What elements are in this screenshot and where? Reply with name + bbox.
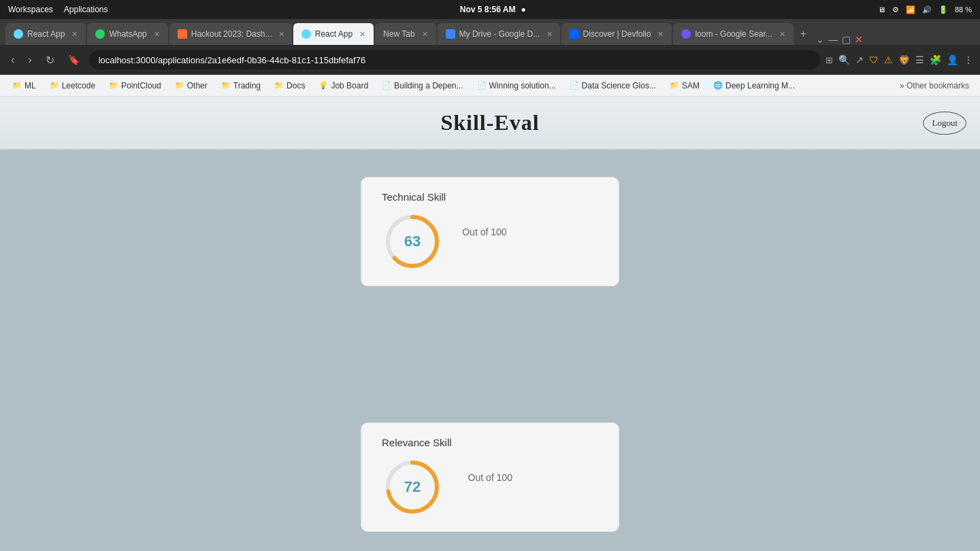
relevance-card-left: Relevance Skill 72 bbox=[382, 437, 452, 518]
tab-react-app-1[interactable]: React App ✕ bbox=[5, 23, 86, 45]
tab-favicon-whatsapp bbox=[95, 29, 105, 39]
bookmark-pointcloud[interactable]: PointCloud bbox=[103, 80, 167, 92]
tab-loom[interactable]: loom - Google Sear... ✕ bbox=[673, 23, 793, 45]
tab-close-react-1[interactable]: ✕ bbox=[71, 30, 78, 39]
forward-button[interactable]: › bbox=[24, 51, 35, 69]
tab-favicon-loom bbox=[681, 29, 691, 39]
menu-icon[interactable]: ⋮ bbox=[964, 54, 973, 65]
datetime: Nov 5 8:56 AM bbox=[460, 5, 516, 14]
tab-label-new-tab: New Tab bbox=[383, 29, 414, 39]
tab-label-whatsapp: WhatsApp bbox=[109, 29, 146, 39]
tab-label-react-1: React App bbox=[27, 29, 65, 39]
technical-score: 63 bbox=[404, 233, 421, 250]
app-content: Skill-Eval Logout Technical Skill 63 Out… bbox=[0, 97, 980, 551]
maximize-button[interactable]: ▢ bbox=[842, 34, 851, 45]
wifi-icon: 📶 bbox=[906, 5, 915, 14]
bookmark-sam[interactable]: SAM bbox=[664, 80, 705, 92]
relevance-skill-title: Relevance Skill bbox=[382, 437, 452, 448]
extensions-icon[interactable]: 🧩 bbox=[930, 54, 941, 65]
tab-close-new-tab[interactable]: ✕ bbox=[422, 30, 428, 39]
bookmark-leetcode[interactable]: Leetcode bbox=[44, 80, 101, 92]
tab-close-gdrive[interactable]: ✕ bbox=[546, 30, 553, 39]
minimize-button[interactable]: — bbox=[828, 34, 838, 45]
monitor-icon: 🖥 bbox=[878, 5, 885, 14]
battery-level: 88 % bbox=[955, 5, 972, 14]
settings-icon[interactable]: ⚙ bbox=[892, 5, 899, 14]
relevance-out-of: Out of 100 bbox=[468, 472, 512, 483]
tab-label-gdrive: My Drive - Google D... bbox=[459, 29, 540, 39]
browser-chrome: Workspaces Applications Nov 5 8:56 AM ● … bbox=[0, 0, 980, 97]
technical-skill-card: Technical Skill 63 Out of 100 bbox=[361, 177, 619, 286]
dot-indicator: ● bbox=[521, 5, 525, 14]
address-input[interactable] bbox=[89, 50, 820, 69]
workspaces-label[interactable]: Workspaces bbox=[8, 5, 53, 14]
app-title: Skill-Eval bbox=[0, 110, 980, 135]
bookmark-jobboard[interactable]: 💡 Job Board bbox=[313, 80, 374, 92]
tab-favicon-hackout bbox=[178, 29, 187, 39]
system-bar: Workspaces Applications Nov 5 8:56 AM ● … bbox=[0, 0, 980, 19]
tab-react-app-2[interactable]: React App ✕ bbox=[293, 23, 374, 45]
bookmarks-bar: ML Leetcode PointCloud Other Trading Doc… bbox=[0, 75, 980, 97]
tab-favicon-react-1 bbox=[14, 29, 23, 39]
address-bar: ‹ › ↻ 🔖 ⊞ 🔍 ↗ 🛡 ⚠ 🦁 ☰ 🧩 👤 ⋮ bbox=[0, 45, 980, 75]
relevance-score: 72 bbox=[404, 478, 421, 496]
tab-list-button[interactable]: ⌄ bbox=[816, 34, 824, 45]
tab-close-loom[interactable]: ✕ bbox=[779, 30, 785, 39]
tab-bar: React App ✕ WhatsApp ✕ Hackout 2023: Das… bbox=[0, 19, 980, 45]
bookmark-other[interactable]: Other bbox=[169, 80, 213, 92]
new-tab-button[interactable]: + bbox=[795, 23, 812, 45]
tab-close-react-2[interactable]: ✕ bbox=[359, 30, 365, 39]
zoom-icon[interactable]: 🔍 bbox=[838, 54, 850, 65]
logout-button[interactable]: Logout bbox=[923, 112, 966, 135]
volume-icon: 🔊 bbox=[922, 5, 932, 14]
tab-gdrive[interactable]: My Drive - Google D... ✕ bbox=[438, 23, 560, 45]
bookmark-trading[interactable]: Trading bbox=[216, 80, 266, 92]
tab-label-hackout: Hackout 2023: Dash... bbox=[191, 29, 272, 39]
tab-favicon-react-2 bbox=[301, 29, 311, 39]
back-button[interactable]: ‹ bbox=[7, 51, 18, 69]
relevance-gauge: 72 bbox=[382, 456, 443, 518]
tab-whatsapp[interactable]: WhatsApp ✕ bbox=[87, 23, 167, 45]
bookmark-deeplearning[interactable]: 🌐 Deep Learning M... bbox=[708, 80, 800, 92]
technical-out-of: Out of 100 bbox=[462, 227, 506, 237]
app-header: Skill-Eval Logout bbox=[0, 97, 980, 150]
sidebar-toggle-icon[interactable]: ☰ bbox=[915, 54, 924, 65]
technical-gauge: 63 bbox=[382, 211, 443, 272]
tab-close-whatsapp[interactable]: ✕ bbox=[154, 30, 160, 39]
applications-label[interactable]: Applications bbox=[64, 5, 108, 14]
shield-icon: 🛡 bbox=[869, 54, 879, 65]
close-window-button[interactable]: ✕ bbox=[855, 34, 863, 45]
tab-new-tab[interactable]: New Tab ✕ bbox=[375, 23, 436, 45]
main-area: Technical Skill 63 Out of 100 Relevance … bbox=[0, 150, 980, 551]
bookmark-docs[interactable]: Docs bbox=[269, 80, 310, 92]
relevance-skill-card: Relevance Skill 72 Out of 100 bbox=[361, 422, 619, 532]
battery-icon: 🔋 bbox=[938, 5, 948, 14]
brave-rewards-icon[interactable]: 🦁 bbox=[898, 54, 910, 65]
tab-close-hackout[interactable]: ✕ bbox=[278, 30, 284, 39]
share-icon[interactable]: ↗ bbox=[855, 54, 864, 65]
technical-card-left: Technical Skill 63 bbox=[382, 191, 446, 272]
tab-hackout[interactable]: Hackout 2023: Dash... ✕ bbox=[169, 23, 292, 45]
screen-share-icon[interactable]: ⊞ bbox=[826, 55, 833, 65]
bookmark-datasci[interactable]: 📄 Data Science Glos... bbox=[564, 80, 662, 92]
bookmark-winning[interactable]: 📄 Winning solution... bbox=[472, 80, 561, 92]
tab-label-loom: loom - Google Sear... bbox=[695, 29, 772, 39]
tab-devfolio[interactable]: Discover | Devfolio ✕ bbox=[561, 23, 672, 45]
bookmarks-more[interactable]: » Other bookmarks bbox=[896, 80, 973, 92]
tab-close-devfolio[interactable]: ✕ bbox=[657, 30, 664, 39]
bookmark-ml[interactable]: ML bbox=[7, 80, 42, 92]
reload-button[interactable]: ↻ bbox=[42, 51, 59, 69]
tab-favicon-gdrive bbox=[446, 29, 455, 39]
tab-label-react-2: React App bbox=[315, 29, 353, 39]
technical-skill-title: Technical Skill bbox=[382, 191, 446, 203]
profile-icon[interactable]: 👤 bbox=[947, 54, 958, 65]
alert-icon: ⚠ bbox=[884, 54, 893, 65]
tab-label-devfolio: Discover | Devfolio bbox=[583, 29, 651, 39]
bookmark-this-button[interactable]: 🔖 bbox=[64, 52, 84, 68]
tab-favicon-devfolio bbox=[570, 29, 579, 39]
bookmark-building[interactable]: 📄 Building a Depen... bbox=[376, 80, 468, 92]
